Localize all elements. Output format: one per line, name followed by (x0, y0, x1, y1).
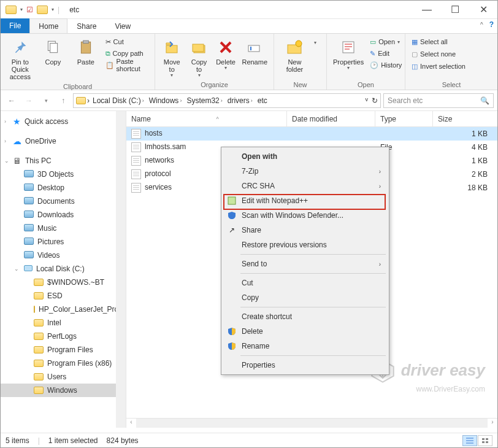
refresh-icon[interactable]: ↻ (372, 96, 378, 105)
new-item-dropdown[interactable]: ▾ (314, 36, 321, 45)
open-button[interactable]: ▭Open ▾ (369, 36, 403, 47)
copy-to-button[interactable]: Copy to▾ (187, 36, 210, 80)
nav-item[interactable]: Program Files (x86) (1, 357, 126, 370)
edit-icon: ✎ (370, 50, 375, 58)
paste-button[interactable]: Paste (71, 36, 101, 67)
ctx-crc-sha[interactable]: CRC SHA› (223, 179, 387, 193)
nav-item[interactable]: ESD (1, 289, 126, 303)
nav-item[interactable]: Windows (1, 384, 126, 397)
nav-item[interactable]: $WINDOWS.~BT (1, 276, 126, 289)
nav-item[interactable]: Documents (1, 195, 126, 208)
large-icons-view-button[interactable] (478, 435, 492, 446)
nav-item[interactable]: HP_Color_LaserJet_Pro_M (1, 303, 126, 316)
ctx-restore-versions[interactable]: Restore previous versions (223, 238, 387, 252)
invert-selection-button[interactable]: ◫Invert selection (410, 61, 492, 72)
close-button[interactable]: ✕ (469, 1, 497, 19)
nav-item[interactable]: Videos (1, 249, 126, 262)
folder-icon (24, 251, 34, 260)
ctx-send-to[interactable]: Send to› (223, 257, 387, 271)
select-all-button[interactable]: ▦Select all (410, 36, 492, 47)
breadcrumb-item[interactable]: System32› (185, 96, 224, 105)
share-tab[interactable]: Share (67, 18, 105, 33)
nav-item[interactable]: Users (1, 370, 126, 384)
recent-locations-button[interactable]: ▾ (39, 93, 53, 108)
nav-item[interactable]: Program Files (1, 343, 126, 357)
ctx-scan-defender[interactable]: Scan with Windows Defender... (223, 208, 387, 223)
up-button[interactable]: ↑ (56, 93, 71, 108)
forward-button[interactable]: → (21, 93, 36, 108)
pin-to-quick-access-button[interactable]: Pin to Quick access (6, 36, 35, 82)
view-tab[interactable]: View (105, 18, 140, 33)
nav-item[interactable]: 3D Objects (1, 168, 126, 181)
col-size[interactable]: Size (433, 111, 497, 126)
history-icon: 🕑 (370, 61, 378, 69)
copy-icon (43, 37, 63, 57)
nav-item[interactable]: ⌄Local Disk (C:) (1, 262, 126, 276)
rename-button[interactable]: Rename (240, 36, 269, 67)
copy-button[interactable]: Copy (39, 36, 68, 67)
svg-rect-6 (193, 44, 204, 52)
new-folder-button[interactable]: New folder (279, 36, 310, 74)
minimize-button[interactable]: — (413, 1, 441, 19)
select-none-button[interactable]: ▢Select none (410, 48, 492, 60)
breadcrumb-item[interactable]: Local Disk (C:)› (91, 96, 146, 105)
svg-rect-3 (83, 41, 88, 43)
properties-button[interactable]: Properties▾ (332, 36, 365, 72)
breadcrumb-item[interactable]: Windows› (147, 96, 184, 105)
maximize-button[interactable]: ☐ (441, 1, 469, 19)
history-button[interactable]: 🕑History (369, 60, 403, 71)
cut-button[interactable]: ✂Cut (104, 36, 150, 47)
ctx-7zip[interactable]: 7-Zip› (223, 164, 387, 179)
nav-item[interactable]: Pictures (1, 235, 126, 249)
help-icon[interactable]: ? (489, 20, 494, 29)
qat-dropdown-icon[interactable]: ▾ (52, 7, 54, 12)
ctx-properties[interactable]: Properties (223, 358, 387, 373)
qat-dropdown-icon[interactable]: ▾ (20, 7, 23, 12)
file-tab[interactable]: File (1, 18, 29, 33)
col-date[interactable]: Date modified (287, 111, 375, 126)
ribbon-expand-icon[interactable]: ^ (480, 21, 483, 28)
annotation-highlight (223, 194, 386, 210)
breadcrumb-item[interactable]: drivers› (226, 96, 255, 105)
details-view-button[interactable] (462, 435, 477, 446)
folder-icon (24, 210, 34, 220)
nav-item[interactable]: Downloads (1, 208, 126, 222)
nav-item[interactable]: Music (1, 222, 126, 235)
chevron-right-icon: › (87, 96, 90, 105)
nav-scrollbar[interactable] (116, 111, 126, 428)
back-button[interactable]: ← (4, 93, 19, 108)
status-bar: 5 items | 1 item selected 824 bytes (1, 433, 497, 447)
paste-shortcut-button[interactable]: 📋Paste shortcut (104, 60, 150, 71)
nav-onedrive[interactable]: ›☁OneDrive (1, 134, 126, 148)
col-name[interactable]: Name^ (126, 111, 287, 126)
address-dropdown-icon[interactable]: v (366, 96, 369, 105)
folder-icon (34, 279, 44, 286)
shield-icon (227, 326, 237, 336)
checkbox-icon[interactable]: ☑ (26, 6, 33, 14)
search-box[interactable]: Search etc 🔍 (383, 93, 494, 108)
file-row[interactable]: hosts1 KB (126, 127, 497, 141)
horizontal-scrollbar[interactable]: ‹ › (126, 418, 497, 428)
ctx-delete[interactable]: Delete (223, 324, 387, 339)
nav-item[interactable]: PerfLogs (1, 330, 126, 343)
move-to-button[interactable]: Move to▾ (160, 36, 183, 80)
nav-quick-access[interactable]: ›★Quick access (1, 115, 126, 128)
address-bar[interactable]: › Local Disk (C:)› Windows› System32› dr… (73, 93, 381, 108)
ctx-cut[interactable]: Cut (223, 276, 387, 290)
col-type[interactable]: Type (375, 111, 433, 126)
ctx-open-with[interactable]: Open with (223, 149, 387, 164)
delete-button[interactable]: Delete▾ (215, 36, 237, 72)
ctx-copy[interactable]: Copy (223, 290, 387, 305)
ctx-rename[interactable]: Rename (223, 339, 387, 353)
ctx-create-shortcut[interactable]: Create shortcut (223, 309, 387, 324)
ribbon-tabs: File Home Share View ^ ? (1, 19, 497, 34)
open-icon: ▭ (370, 38, 376, 46)
home-tab[interactable]: Home (29, 18, 67, 33)
svg-rect-16 (482, 441, 485, 443)
nav-item[interactable]: Intel (1, 316, 126, 330)
nav-this-pc[interactable]: ⌄🖥This PC (1, 154, 126, 168)
nav-item[interactable]: Desktop (1, 181, 126, 195)
ctx-share[interactable]: ↗Share (223, 223, 387, 238)
edit-button[interactable]: ✎Edit (369, 48, 403, 59)
breadcrumb-item[interactable]: etc (256, 96, 269, 105)
